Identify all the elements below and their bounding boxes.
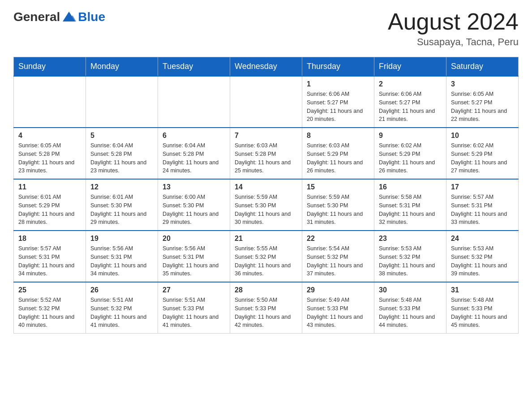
week-row-5: 25Sunrise: 5:52 AMSunset: 5:32 PMDayligh… bbox=[14, 282, 519, 334]
day-info: Sunrise: 6:02 AMSunset: 5:29 PMDaylight:… bbox=[379, 141, 442, 175]
calendar-header-row: SundayMondayTuesdayWednesdayThursdayFrid… bbox=[14, 57, 519, 77]
logo-icon bbox=[61, 9, 77, 25]
day-cell: 12Sunrise: 6:01 AMSunset: 5:30 PMDayligh… bbox=[86, 179, 158, 231]
logo-blue-text: Blue bbox=[78, 10, 105, 24]
day-cell: 10Sunrise: 6:02 AMSunset: 5:29 PMDayligh… bbox=[446, 128, 519, 179]
day-number: 17 bbox=[451, 183, 514, 191]
day-cell: 17Sunrise: 5:57 AMSunset: 5:31 PMDayligh… bbox=[446, 179, 519, 231]
day-number: 28 bbox=[235, 286, 297, 294]
day-cell: 26Sunrise: 5:51 AMSunset: 5:32 PMDayligh… bbox=[86, 282, 158, 334]
page-header: General Blue August 2024 Susapaya, Tacna… bbox=[13, 9, 519, 48]
day-info: Sunrise: 5:59 AMSunset: 5:30 PMDaylight:… bbox=[235, 193, 297, 227]
day-info: Sunrise: 5:57 AMSunset: 5:31 PMDaylight:… bbox=[18, 244, 81, 278]
title-area: August 2024 Susapaya, Tacna, Peru bbox=[388, 9, 519, 48]
day-info: Sunrise: 6:02 AMSunset: 5:29 PMDaylight:… bbox=[451, 141, 514, 175]
day-info: Sunrise: 6:06 AMSunset: 5:27 PMDaylight:… bbox=[307, 90, 369, 124]
day-number: 14 bbox=[235, 183, 297, 191]
day-number: 21 bbox=[235, 235, 297, 243]
day-cell: 24Sunrise: 5:53 AMSunset: 5:32 PMDayligh… bbox=[446, 231, 519, 282]
day-number: 26 bbox=[90, 286, 153, 294]
day-cell: 5Sunrise: 6:04 AMSunset: 5:28 PMDaylight… bbox=[86, 128, 158, 179]
day-number: 15 bbox=[307, 183, 369, 191]
day-number: 8 bbox=[307, 132, 369, 140]
day-cell: 20Sunrise: 5:56 AMSunset: 5:31 PMDayligh… bbox=[158, 231, 230, 282]
day-number: 11 bbox=[18, 183, 81, 191]
day-cell bbox=[230, 76, 302, 128]
day-number: 4 bbox=[18, 132, 81, 140]
day-info: Sunrise: 6:03 AMSunset: 5:29 PMDaylight:… bbox=[307, 141, 369, 175]
day-number: 5 bbox=[90, 132, 153, 140]
day-number: 30 bbox=[379, 286, 442, 294]
day-number: 9 bbox=[379, 132, 442, 140]
day-number: 22 bbox=[307, 235, 369, 243]
day-number: 1 bbox=[307, 80, 369, 88]
day-number: 23 bbox=[379, 235, 442, 243]
day-cell bbox=[14, 76, 86, 128]
day-info: Sunrise: 5:55 AMSunset: 5:32 PMDaylight:… bbox=[235, 244, 297, 278]
day-info: Sunrise: 5:56 AMSunset: 5:31 PMDaylight:… bbox=[163, 244, 225, 278]
day-number: 29 bbox=[307, 286, 369, 294]
day-cell: 22Sunrise: 5:54 AMSunset: 5:32 PMDayligh… bbox=[302, 231, 374, 282]
day-cell: 2Sunrise: 6:06 AMSunset: 5:27 PMDaylight… bbox=[374, 76, 446, 128]
day-cell: 6Sunrise: 6:04 AMSunset: 5:28 PMDaylight… bbox=[158, 128, 230, 179]
day-cell bbox=[86, 76, 158, 128]
day-info: Sunrise: 5:59 AMSunset: 5:30 PMDaylight:… bbox=[307, 193, 369, 227]
day-info: Sunrise: 5:51 AMSunset: 5:32 PMDaylight:… bbox=[90, 296, 153, 330]
day-info: Sunrise: 6:03 AMSunset: 5:28 PMDaylight:… bbox=[235, 141, 297, 175]
day-cell: 30Sunrise: 5:48 AMSunset: 5:33 PMDayligh… bbox=[374, 282, 446, 334]
day-number: 20 bbox=[163, 235, 225, 243]
day-number: 16 bbox=[379, 183, 442, 191]
day-number: 24 bbox=[451, 235, 514, 243]
column-header-thursday: Thursday bbox=[302, 57, 374, 77]
day-info: Sunrise: 5:49 AMSunset: 5:33 PMDaylight:… bbox=[307, 296, 369, 330]
day-info: Sunrise: 6:04 AMSunset: 5:28 PMDaylight:… bbox=[163, 141, 225, 175]
day-info: Sunrise: 6:06 AMSunset: 5:27 PMDaylight:… bbox=[379, 90, 442, 124]
day-info: Sunrise: 5:52 AMSunset: 5:32 PMDaylight:… bbox=[18, 296, 81, 330]
logo-general-text: General bbox=[13, 10, 60, 24]
day-number: 12 bbox=[90, 183, 153, 191]
day-number: 10 bbox=[451, 132, 514, 140]
day-number: 25 bbox=[18, 286, 81, 294]
day-cell: 29Sunrise: 5:49 AMSunset: 5:33 PMDayligh… bbox=[302, 282, 374, 334]
day-number: 13 bbox=[163, 183, 225, 191]
calendar-table: SundayMondayTuesdayWednesdayThursdayFrid… bbox=[13, 57, 519, 334]
day-number: 31 bbox=[451, 286, 514, 294]
day-cell: 31Sunrise: 5:48 AMSunset: 5:33 PMDayligh… bbox=[446, 282, 519, 334]
day-cell: 9Sunrise: 6:02 AMSunset: 5:29 PMDaylight… bbox=[374, 128, 446, 179]
column-header-friday: Friday bbox=[374, 57, 446, 77]
day-info: Sunrise: 6:01 AMSunset: 5:30 PMDaylight:… bbox=[90, 193, 153, 227]
day-cell: 14Sunrise: 5:59 AMSunset: 5:30 PMDayligh… bbox=[230, 179, 302, 231]
day-cell: 1Sunrise: 6:06 AMSunset: 5:27 PMDaylight… bbox=[302, 76, 374, 128]
day-cell: 13Sunrise: 6:00 AMSunset: 5:30 PMDayligh… bbox=[158, 179, 230, 231]
day-info: Sunrise: 6:05 AMSunset: 5:28 PMDaylight:… bbox=[18, 141, 81, 175]
column-header-saturday: Saturday bbox=[446, 57, 519, 77]
day-cell: 23Sunrise: 5:53 AMSunset: 5:32 PMDayligh… bbox=[374, 231, 446, 282]
day-number: 19 bbox=[90, 235, 153, 243]
column-header-sunday: Sunday bbox=[14, 57, 86, 77]
day-cell: 25Sunrise: 5:52 AMSunset: 5:32 PMDayligh… bbox=[14, 282, 86, 334]
day-cell: 4Sunrise: 6:05 AMSunset: 5:28 PMDaylight… bbox=[14, 128, 86, 179]
day-number: 18 bbox=[18, 235, 81, 243]
calendar-title: August 2024 bbox=[388, 9, 519, 34]
day-info: Sunrise: 5:58 AMSunset: 5:31 PMDaylight:… bbox=[379, 193, 442, 227]
day-number: 3 bbox=[451, 80, 514, 88]
day-info: Sunrise: 6:00 AMSunset: 5:30 PMDaylight:… bbox=[163, 193, 225, 227]
day-cell: 3Sunrise: 6:05 AMSunset: 5:27 PMDaylight… bbox=[446, 76, 519, 128]
day-number: 2 bbox=[379, 80, 442, 88]
day-info: Sunrise: 5:51 AMSunset: 5:33 PMDaylight:… bbox=[163, 296, 225, 330]
column-header-tuesday: Tuesday bbox=[158, 57, 230, 77]
day-number: 27 bbox=[163, 286, 225, 294]
day-info: Sunrise: 5:54 AMSunset: 5:32 PMDaylight:… bbox=[307, 244, 369, 278]
day-cell: 7Sunrise: 6:03 AMSunset: 5:28 PMDaylight… bbox=[230, 128, 302, 179]
day-cell: 15Sunrise: 5:59 AMSunset: 5:30 PMDayligh… bbox=[302, 179, 374, 231]
week-row-3: 11Sunrise: 6:01 AMSunset: 5:29 PMDayligh… bbox=[14, 179, 519, 231]
day-info: Sunrise: 5:50 AMSunset: 5:33 PMDaylight:… bbox=[235, 296, 297, 330]
day-cell: 8Sunrise: 6:03 AMSunset: 5:29 PMDaylight… bbox=[302, 128, 374, 179]
day-number: 7 bbox=[235, 132, 297, 140]
day-info: Sunrise: 6:04 AMSunset: 5:28 PMDaylight:… bbox=[90, 141, 153, 175]
day-info: Sunrise: 6:05 AMSunset: 5:27 PMDaylight:… bbox=[451, 90, 514, 124]
week-row-1: 1Sunrise: 6:06 AMSunset: 5:27 PMDaylight… bbox=[14, 76, 519, 128]
day-info: Sunrise: 5:57 AMSunset: 5:31 PMDaylight:… bbox=[451, 193, 514, 227]
day-cell: 18Sunrise: 5:57 AMSunset: 5:31 PMDayligh… bbox=[14, 231, 86, 282]
day-cell: 16Sunrise: 5:58 AMSunset: 5:31 PMDayligh… bbox=[374, 179, 446, 231]
